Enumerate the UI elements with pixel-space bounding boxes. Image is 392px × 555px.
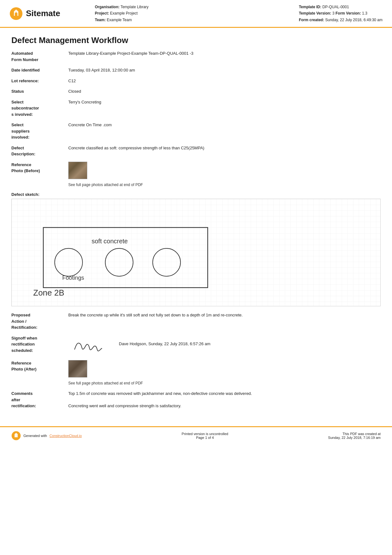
sitemate-logo-icon — [9, 7, 23, 20]
org-value: Template Library — [120, 5, 149, 9]
photo-before-caption: See full page photos attached at end of … — [68, 182, 381, 188]
form-created-value: Sunday, 22 July 2018, 6:49:30 am — [325, 18, 383, 22]
suppliers-label: Selectsuppliersinvolved: — [11, 122, 68, 140]
logo-text: Sitemate — [26, 9, 60, 18]
photo-before-thumb — [68, 162, 87, 179]
comments-label: Commentsafterrectification: — [11, 390, 68, 409]
sketch-section: Defect sketch: soft concrete Fo — [11, 192, 381, 306]
status-value: Closed — [68, 88, 381, 95]
automated-form-label: AutomatedForm Number — [11, 50, 68, 63]
proposed-row: ProposedAction /Rectification: Break the… — [11, 312, 381, 331]
defect-row: DefectDescription: Concrete classified a… — [11, 145, 381, 157]
comments-line2: Concreting went well and compressive str… — [68, 403, 381, 409]
subcontractor-row: Selectsubcontractors involved: Terry's C… — [11, 99, 381, 118]
form-version-label: Form Version: — [335, 11, 361, 16]
logo-area: Sitemate — [9, 7, 85, 20]
footer-link[interactable]: ConstructionCloud.io — [50, 434, 82, 438]
template-version-label: Template Version: — [299, 11, 331, 16]
main-content: Defect Management Workflow AutomatedForm… — [0, 28, 392, 420]
lot-row: Lot reference: C12 — [11, 78, 381, 84]
footer-uncontrolled: Printed version is uncontrolled — [182, 432, 228, 436]
ref-photo-after-row: ReferencePhoto (After) See full page pho… — [11, 360, 381, 386]
svg-rect-1 — [12, 199, 380, 306]
template-id-label: Template ID: — [299, 5, 321, 9]
footer-pdf-date: Sunday, 22 July 2018, 7:16:19 am — [328, 436, 381, 440]
ref-photo-before-value: See full page photos attached at end of … — [68, 162, 381, 188]
signoff-value: Dave Hodgson, Sunday, 22 July 2018, 6:57… — [68, 335, 381, 356]
date-label: Date identified — [11, 67, 68, 73]
page-footer: Generated with ConstructionCloud.io Prin… — [0, 426, 392, 444]
footer-left: Generated with ConstructionCloud.io — [11, 431, 82, 440]
team-label: Team: — [95, 18, 106, 22]
ref-photo-before-label: ReferencePhoto (Before) — [11, 162, 68, 174]
footer-center: Printed version is uncontrolled Page 1 o… — [182, 432, 228, 440]
footer-logo-icon — [11, 431, 21, 440]
sketch-grid-svg: soft concrete Footings Zone 2B — [12, 199, 380, 306]
form-created-label: Form created: — [299, 18, 324, 22]
status-row: Status Closed — [11, 88, 381, 95]
form-version-value: 1.3 — [362, 11, 367, 16]
svg-text:Footings: Footings — [62, 275, 84, 281]
photo-before-image — [69, 162, 87, 179]
photo-after-thumb — [68, 360, 87, 377]
ref-photo-before-row: ReferencePhoto (Before) See full page ph… — [11, 162, 381, 188]
ref-photo-after-label: ReferencePhoto (After) — [11, 360, 68, 372]
project-label: Project: — [95, 11, 109, 16]
proposed-label: ProposedAction /Rectification: — [11, 312, 68, 331]
org-label: Organisation: — [95, 5, 119, 9]
project-value: Example Project — [110, 11, 138, 16]
signoff-person: Dave Hodgson, Sunday, 22 July 2018, 6:57… — [119, 335, 211, 347]
automated-form-value: Template Library-Example Project-Example… — [68, 50, 381, 57]
template-id-value: DP-QUAL-0001 — [322, 5, 349, 9]
header-meta-right: Template ID: DP-QUAL-0001 Template Versi… — [299, 4, 383, 23]
proposed-value: Break the concrete up while it's still s… — [68, 312, 381, 318]
suppliers-row: Selectsuppliersinvolved: Concrete On Tim… — [11, 122, 381, 140]
sketch-container: soft concrete Footings Zone 2B — [11, 199, 381, 306]
comments-line1: Top 1.5m of concrete was removed with ja… — [68, 390, 381, 397]
date-value: Tuesday, 03 April 2018, 12:00:00 am — [68, 67, 381, 73]
subcontractor-label: Selectsubcontractors involved: — [11, 99, 68, 118]
page-title: Defect Management Workflow — [11, 35, 381, 45]
status-label: Status — [11, 88, 68, 95]
subcontractor-value: Terry's Concreting — [68, 99, 381, 105]
team-value: Example Team — [107, 18, 132, 22]
page-header: Sitemate Organisation: Template Library … — [0, 0, 392, 28]
automated-form-row: AutomatedForm Number Template Library-Ex… — [11, 50, 381, 63]
footer-right: This PDF was created at Sunday, 22 July … — [328, 432, 381, 440]
comments-row: Commentsafterrectification: Top 1.5m of … — [11, 390, 381, 409]
svg-text:Zone 2B: Zone 2B — [33, 288, 64, 297]
photo-after-image — [69, 360, 87, 377]
footer-generated-label: Generated with — [23, 434, 47, 438]
lot-value: C12 — [68, 78, 381, 84]
defect-value: Concrete classified as soft: compressive… — [68, 145, 381, 151]
signature-svg — [68, 335, 109, 356]
sketch-label: Defect sketch: — [11, 192, 381, 197]
signature-area — [68, 335, 109, 356]
signoff-label: Signoff whenrectificationscheduled: — [11, 335, 68, 354]
date-row: Date identified Tuesday, 03 April 2018, … — [11, 67, 381, 73]
footer-page: Page 1 of 4 — [182, 436, 228, 440]
template-version-value: 3 — [332, 11, 334, 16]
lot-label: Lot reference: — [11, 78, 68, 84]
svg-text:soft concrete: soft concrete — [92, 238, 128, 245]
footer-pdf-created: This PDF was created at — [328, 432, 381, 436]
defect-label: DefectDescription: — [11, 145, 68, 157]
suppliers-value: Concrete On Time .com — [68, 122, 381, 128]
comments-value: Top 1.5m of concrete was removed with ja… — [68, 390, 381, 409]
header-meta-center: Organisation: Template Library Project: … — [85, 4, 299, 23]
signoff-row: Signoff whenrectificationscheduled: Dave… — [11, 335, 381, 356]
photo-after-caption: See full page photos attached at end of … — [68, 380, 381, 386]
ref-photo-after-value: See full page photos attached at end of … — [68, 360, 381, 386]
